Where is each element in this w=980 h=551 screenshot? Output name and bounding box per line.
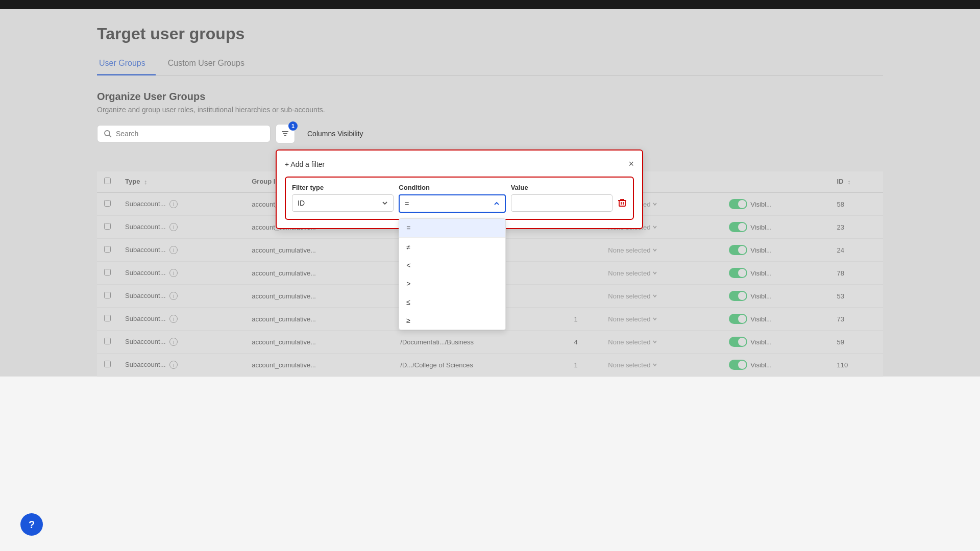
tab-user-groups[interactable]: User Groups [97,54,156,76]
cell-type: Subaccount... i [118,308,244,331]
filter-popup: + Add a filter × Filter type ID [276,149,643,229]
toggle-on[interactable] [729,360,747,370]
visible-badge: Visibl... [729,199,822,209]
condition-option-lt[interactable]: < [399,256,505,274]
cell-col4 [567,285,601,308]
help-button[interactable]: ? [20,513,43,536]
condition-select[interactable]: = [399,194,505,213]
toggle-on[interactable] [729,291,747,301]
filter-button[interactable]: 1 [276,124,295,143]
toggle-knob [738,223,746,231]
cell-type: Subaccount... i [118,262,244,285]
row-checkbox[interactable] [104,315,111,321]
filter-badge: 1 [288,121,298,131]
cell-col4: 1 [567,308,601,331]
info-icon[interactable]: i [169,361,178,369]
toggle-knob [738,269,746,277]
add-filter-button[interactable]: + Add a filter [285,160,325,168]
search-box[interactable] [97,125,271,142]
condition-option-neq[interactable]: ≠ [399,238,505,256]
row-checkbox[interactable] [104,292,111,298]
row-checkbox[interactable] [104,338,111,344]
value-input[interactable] [511,194,612,212]
cell-checkbox [97,262,118,285]
row-checkbox[interactable] [104,223,111,230]
toggle-on[interactable] [729,245,747,255]
none-selected-dropdown[interactable]: None selected [608,338,715,346]
info-icon[interactable]: i [169,246,178,254]
cell-col5: None selected [601,239,722,262]
cell-type: Subaccount... i [118,192,244,216]
condition-option-gte[interactable]: ≥ [399,311,505,330]
cell-col6: Visibl... [722,192,829,216]
row-checkbox[interactable] [104,361,111,367]
row-checkbox[interactable] [104,200,111,207]
close-popup-button[interactable]: × [628,159,634,169]
delete-filter-button[interactable] [618,198,627,210]
toggle-knob [738,315,746,323]
row-checkbox[interactable] [104,246,111,253]
page-title: Target user groups [97,24,883,43]
search-input[interactable] [116,130,264,138]
condition-option-gt[interactable]: > [399,274,505,293]
toggle-on[interactable] [729,199,747,209]
chevron-up-icon [494,201,500,207]
cell-col5: None selected [601,331,722,354]
cell-col4 [567,262,601,285]
row-checkbox[interactable] [104,269,111,276]
svg-point-0 [105,131,110,136]
cell-group-id: account_cumulative... [244,331,393,354]
cell-col3: /D.../College of Sciences [393,354,567,377]
cell-id: 73 [830,308,883,331]
none-selected-dropdown[interactable]: None selected [608,361,715,369]
cell-type: Subaccount... i [118,216,244,239]
none-selected-dropdown[interactable]: None selected [608,246,715,254]
cell-id: 59 [830,331,883,354]
info-icon[interactable]: i [169,315,178,323]
none-selected-dropdown[interactable]: None selected [608,315,715,323]
section-description: Organize and group user roles, instituti… [97,106,883,114]
cell-id: 58 [830,192,883,216]
columns-visibility-button[interactable]: Columns Visibility [300,126,370,142]
toggle-on[interactable] [729,337,747,347]
info-icon[interactable]: i [169,269,178,277]
cell-col5: None selected [601,285,722,308]
toggle-knob [738,200,746,208]
none-selected-dropdown[interactable]: None selected [608,269,715,277]
top-bar [0,0,980,9]
chevron-down-icon [652,339,657,344]
filter-value-col: Value [511,184,612,212]
tab-custom-user-groups[interactable]: Custom User Groups [166,54,255,76]
filter-popup-header: + Add a filter × [285,159,634,169]
toggle-on[interactable] [729,314,747,324]
cell-id: 78 [830,262,883,285]
toolbar: 1 + Add a filter × Filter type [97,124,883,143]
cell-checkbox [97,354,118,377]
cell-col6: Visibl... [722,262,829,285]
condition-option-lte[interactable]: ≤ [399,293,505,311]
table-row: Subaccount... i account_cumulative... /D… [97,354,883,377]
cell-checkbox [97,192,118,216]
cell-col6: Visibl... [722,216,829,239]
chevron-down-icon [652,202,657,207]
none-selected-dropdown[interactable]: None selected [608,292,715,300]
cell-group-id: account_cumulative... [244,262,393,285]
filter-type-label: Filter type [292,184,394,191]
toggle-knob [738,361,746,369]
info-icon[interactable]: i [169,338,178,346]
toggle-on[interactable] [729,268,747,278]
cell-col6: Visibl... [722,285,829,308]
condition-option-eq[interactable]: = [399,219,505,237]
select-all-checkbox[interactable] [104,178,111,184]
info-icon[interactable]: i [169,292,178,300]
info-icon[interactable]: i [169,200,178,208]
cell-col4 [567,239,601,262]
cell-checkbox [97,331,118,354]
toggle-on[interactable] [729,222,747,232]
visible-badge: Visibl... [729,337,822,347]
visible-badge: Visibl... [729,360,822,370]
toggle-knob [738,292,746,300]
filter-type-select[interactable]: ID [292,194,394,212]
info-icon[interactable]: i [169,223,178,231]
cell-id: 53 [830,285,883,308]
